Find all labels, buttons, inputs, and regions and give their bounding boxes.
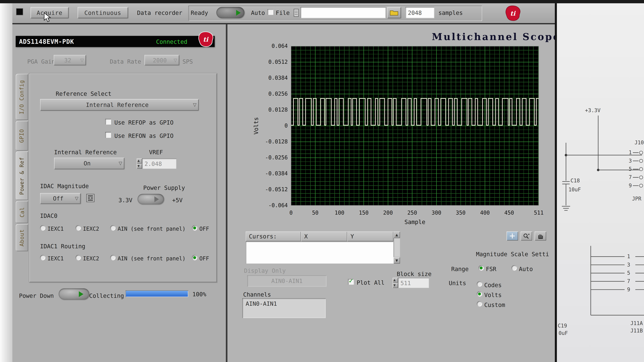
- left-edge: [0, 3, 12, 362]
- vref-value: 2.048: [144, 160, 162, 167]
- cursor-scrollbar-track[interactable]: [393, 238, 400, 257]
- cursor-list[interactable]: [246, 241, 394, 264]
- connection-status: Connected: [156, 38, 187, 45]
- file-checkbox[interactable]: [268, 9, 273, 15]
- idac0-radio-ain[interactable]: [110, 225, 116, 231]
- units-radio-custom[interactable]: [477, 301, 482, 307]
- channel-list-item[interactable]: AIN0-AIN1: [246, 300, 322, 307]
- j11-pin-label: 5: [627, 270, 630, 276]
- file-path-input[interactable]: [300, 7, 386, 18]
- vref-increment-button[interactable]: [137, 158, 142, 164]
- svg-text:ti: ti: [203, 36, 209, 43]
- idac0-radio-iexc2[interactable]: [76, 225, 81, 231]
- units-volts-label: Volts: [484, 292, 502, 298]
- chevron-down-icon: [75, 196, 78, 201]
- tab-io-config[interactable]: I/O Config: [16, 74, 28, 120]
- units-radio-volts[interactable]: [477, 291, 482, 297]
- internal-reference-value: On: [54, 160, 124, 167]
- j10-pin-label: 9: [629, 183, 632, 189]
- pga-gain-dropdown[interactable]: 32: [54, 55, 86, 65]
- device-title-bar: ADS1148EVM-PDK Connected: [16, 36, 214, 47]
- range-label: Range: [451, 266, 468, 272]
- idac1-iexc1-label: IEXC1: [48, 256, 64, 261]
- power-supply-toggle[interactable]: [138, 194, 164, 204]
- data-rate-dropdown[interactable]: 2000: [144, 55, 179, 65]
- magnifier-icon: [523, 233, 530, 239]
- browse-folder-button[interactable]: [387, 7, 401, 18]
- units-codes-label: Codes: [484, 282, 502, 288]
- cursor-x-header: X: [301, 231, 347, 241]
- channels-listbox[interactable]: AIN0-AIN1: [242, 298, 326, 318]
- idac1-off-label: OFF: [200, 256, 209, 261]
- internal-reference-label: Internal Reference: [54, 149, 117, 155]
- panel-separator: [226, 24, 228, 362]
- j11a-label: J11A: [630, 320, 643, 326]
- vref-label: VREF: [149, 149, 163, 155]
- vref-spinner[interactable]: 2.048: [137, 158, 176, 169]
- idac-magnitude-value: Off: [40, 195, 80, 202]
- units-custom-label: Custom: [484, 302, 505, 308]
- cursor-tool-button[interactable]: [506, 231, 518, 241]
- idac0-radio-iexc1[interactable]: [40, 225, 46, 231]
- schematic-drawing: +3.3V C18 10uF J10 1 3 5 7 9: [557, 3, 644, 362]
- j10-pin-label: 7: [629, 174, 632, 180]
- idac1-radio-iexc1[interactable]: [40, 255, 46, 260]
- magnitude-scale-label: Magnitude Scale Setti: [476, 251, 549, 257]
- tab-gpio[interactable]: GPIO: [16, 121, 28, 151]
- scope-graph: 0501001502002503003504004505110.0640.051…: [244, 41, 550, 231]
- tab-power-ref[interactable]: Power & Ref: [16, 151, 28, 200]
- svg-text:-0.064: -0.064: [268, 202, 288, 208]
- cursor-scroll-up-button[interactable]: [393, 231, 400, 238]
- auto-label: Auto: [251, 10, 265, 16]
- chevron-down-icon: [193, 103, 196, 107]
- tab-about-label: About: [19, 229, 25, 246]
- continuous-button[interactable]: Continuous: [78, 7, 128, 18]
- tab-about[interactable]: About: [16, 224, 28, 251]
- j11-pin-label: 1: [627, 253, 630, 259]
- record-toggle[interactable]: [216, 7, 244, 18]
- svg-text:0: 0: [284, 122, 288, 129]
- block-size-increment-button[interactable]: [392, 278, 398, 283]
- device-title: ADS1148EVM-PDK: [19, 38, 74, 45]
- abort-button[interactable]: [16, 9, 23, 15]
- svg-text:200: 200: [383, 210, 393, 216]
- svg-text:100: 100: [335, 210, 344, 216]
- pan-tool-button[interactable]: [534, 231, 546, 241]
- refon-gpio-checkbox[interactable]: [105, 132, 111, 138]
- samples-input[interactable]: 2048: [406, 7, 434, 18]
- tab-cal[interactable]: Cal: [16, 201, 28, 223]
- j10-pin-label: 1: [629, 149, 632, 155]
- block-size-decrement-button[interactable]: [392, 283, 398, 288]
- internal-reference-dropdown[interactable]: On: [54, 158, 124, 169]
- svg-text:0: 0: [290, 210, 293, 216]
- idac1-radio-ain[interactable]: [110, 255, 116, 260]
- block-size-field[interactable]: 511: [398, 278, 429, 288]
- refop-gpio-checkbox[interactable]: [105, 119, 111, 124]
- idac1-radio-iexc2[interactable]: [76, 255, 81, 260]
- idac1-radio-off[interactable]: [192, 255, 198, 260]
- mouse-cursor: [44, 12, 52, 23]
- range-radio-fsr[interactable]: [478, 265, 484, 271]
- plot-all-checkbox[interactable]: [348, 279, 354, 285]
- zoom-tool-button[interactable]: [520, 231, 532, 241]
- cursor-scroll-down-button[interactable]: [393, 257, 400, 264]
- j11-pin-label: 9: [627, 287, 630, 293]
- vref-decrement-button[interactable]: [137, 164, 142, 169]
- tab-io-config-label: I/O Config: [19, 80, 25, 114]
- idac-magnitude-dropdown[interactable]: Off: [40, 193, 80, 204]
- idac1-label: IDAC1 Routing: [40, 243, 85, 249]
- idac0-off-label: OFF: [200, 226, 209, 231]
- power-down-toggle[interactable]: [59, 288, 89, 300]
- units-radio-codes[interactable]: [477, 281, 482, 287]
- svg-text:300: 300: [432, 210, 441, 216]
- range-radio-auto[interactable]: [512, 265, 517, 271]
- svg-text:450: 450: [504, 210, 514, 216]
- display-only-value: AIN0-AIN1: [271, 278, 302, 284]
- hand-icon: [537, 233, 544, 239]
- reference-select-dropdown[interactable]: Internal Reference: [40, 99, 198, 111]
- idac0-radio-off[interactable]: [192, 225, 198, 231]
- block-size-spinner[interactable]: 511: [392, 278, 429, 288]
- tab-power-ref-label: Power & Ref: [19, 157, 25, 195]
- background-schematic: +3.3V C18 10uF J10 1 3 5 7 9: [557, 3, 644, 362]
- vref-field[interactable]: 2.048: [142, 158, 176, 169]
